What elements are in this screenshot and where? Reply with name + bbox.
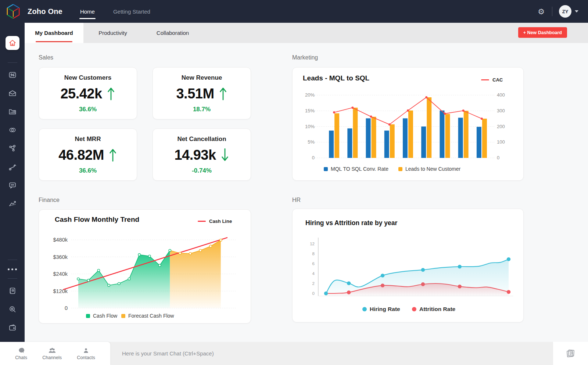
legend-cash-flow: Cash Flow [86,313,117,319]
svg-text:12: 12 [310,242,315,246]
kpi-value: 25.42k [60,86,102,102]
kpi-card-net-cancellation: Net Cancellation 14.93k -0.74% [153,129,251,181]
svg-text:$480k: $480k [53,237,68,243]
smart-chat-bar: Chats Channels Contacts Here is your Sma… [0,342,588,365]
legend-attrition-rate: Attrition Rate [412,306,455,312]
svg-text:0: 0 [497,155,499,160]
kpi-title: Net MRR [39,135,137,143]
topbar-divider [552,7,552,16]
section-label-marketing: Marketing [292,54,318,61]
people-group-icon [48,347,56,354]
person-icon [83,347,89,354]
svg-text:100: 100 [497,139,505,145]
svg-text:10%: 10% [305,124,315,129]
legend-forecast-cash-flow: Forecast Cash Flow [121,313,174,319]
kpi-title: New Revenue [153,74,251,82]
arrow-down-icon [220,147,229,163]
topbar: Zoho One Home Getting Started ⚙ ZY [0,0,588,23]
dashboard-main: Sales Marketing Finance HR New Customers… [0,43,588,342]
hr-chart-panel: Hiring vs Attrition rate by year 1286420… [292,209,524,322]
svg-text:$360k: $360k [53,254,68,260]
section-label-hr: HR [292,197,301,203]
kpi-card-net-mrr: Net MRR 46.82M 36.6% [39,129,137,181]
contacts-button[interactable]: Contacts [77,347,95,360]
marketing-chart-panel: Leads - MQL to SQL CAC 20%40015%30010%20… [292,67,524,181]
chat-dock: Chats Channels Contacts [0,342,110,365]
svg-text:300: 300 [497,108,505,113]
kpi-card-new-customers: New Customers 25.42k 36.6% [39,67,137,119]
kpi-value: 14.93k [174,147,216,163]
kpi-value: 3.51M [176,86,214,102]
svg-text:$240k: $240k [53,271,68,277]
legend-swatch [362,307,367,311]
dashboard-tabs: My Dashboard Productivity Collaboration … [25,23,588,43]
kpi-percent: 18.7% [153,106,251,113]
arrow-up-icon [107,85,115,102]
chevron-down-icon[interactable] [575,10,578,12]
section-label-sales: Sales [39,54,53,61]
kpi-percent: 36.6% [39,167,137,174]
user-avatar[interactable]: ZY [559,5,571,18]
documents-icon [566,348,576,358]
svg-text:6: 6 [312,261,315,266]
kpi-title: Net Cancellation [153,135,251,143]
tab-collaboration[interactable]: Collaboration [142,23,203,43]
zoho-logo-icon[interactable] [6,4,20,19]
svg-text:0: 0 [65,305,68,311]
legend-swatch [86,314,90,318]
arrow-up-icon [108,147,117,163]
svg-text:2: 2 [312,281,315,286]
finance-chart-panel: Cash Flow Monthly Trend Cash Line $480k$… [39,209,251,324]
chat-window-button[interactable] [553,342,588,365]
kpi-card-new-revenue: New Revenue 3.51M 18.7% [153,67,251,119]
svg-text:0: 0 [312,291,315,296]
brand-title: Zoho One [28,7,62,16]
new-dashboard-button[interactable]: + New Dashboard [518,27,567,38]
kpi-value: 46.82M [58,147,104,163]
legend-leads-to-new-customer: Leads to New Customer [398,166,460,172]
legend-swatch [412,307,416,311]
kpi-percent: 36.6% [39,106,137,113]
chat-bubble-icon [18,347,25,354]
channels-button[interactable]: Channels [42,347,62,360]
legend-swatch [121,314,125,318]
marketing-chart: 20%40015%30010%2005%10000 [293,68,524,163]
svg-text:20%: 20% [305,92,315,98]
nav-home[interactable]: Home [79,6,96,17]
legend-mql-to-sql: MQL TO SQL Conv. Rate [324,166,388,172]
svg-text:200: 200 [497,124,505,129]
svg-text:15%: 15% [305,108,315,113]
finance-chart: $480k$360k$240k$120k0 [39,210,251,313]
section-label-finance: Finance [39,197,60,203]
svg-text:4: 4 [312,271,315,276]
legend-swatch [324,167,328,171]
svg-text:0: 0 [312,155,315,160]
svg-text:8: 8 [312,252,315,256]
kpi-percent: -0.74% [153,167,251,174]
chats-button[interactable]: Chats [15,347,27,360]
tab-productivity[interactable]: Productivity [83,23,142,43]
legend-swatch [398,167,402,171]
settings-gear-icon[interactable]: ⚙ [538,8,545,15]
tab-my-dashboard[interactable]: My Dashboard [25,23,83,43]
kpi-title: New Customers [39,74,137,82]
svg-text:5%: 5% [308,139,315,145]
svg-text:400: 400 [497,92,505,98]
nav-getting-started[interactable]: Getting Started [112,6,151,17]
legend-hiring-rate: Hiring Rate [362,306,400,312]
zoho-one-dashboard: Zoho One Home Getting Started ⚙ ZY [0,0,588,365]
smart-chat-input[interactable]: Here is your Smart Chat (Ctrl+Space) [110,342,553,365]
hr-chart: 1286420 [293,209,524,304]
arrow-up-icon [219,85,227,102]
